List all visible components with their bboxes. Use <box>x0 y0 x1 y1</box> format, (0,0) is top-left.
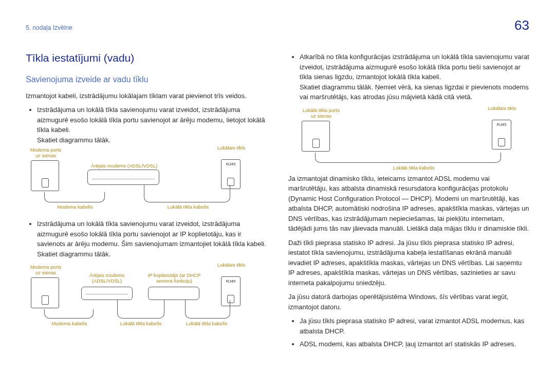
rj45-port-icon: RJ45 <box>492 120 511 150</box>
lan-cable-label-1: Lokālā tīkla kabelis <box>112 321 170 326</box>
static-ip-paragraph: Daži tīkli pieprasa statisko IP adresi. … <box>288 238 529 288</box>
diagram-wall-direct-product: Lokālā tīkla ports uz sienas Lokālais tī… <box>302 107 529 166</box>
two-column-layout: Tīkla iestatījumi (vadu) Savienojuma izv… <box>26 50 529 352</box>
section-title: Savienojuma izveide ar vadu tīklu <box>26 73 267 86</box>
dhcp-paragraph: Ja izmantojat dinamisko tīklu, ieteicams… <box>288 174 529 234</box>
list-item: Izstrādājuma un lokālā tīkla savienojumu… <box>37 105 267 145</box>
chapter-label: 5. nodaļa Izvēlne <box>26 23 72 32</box>
method-list: Izstrādājuma un lokālā tīkla savienojumu… <box>26 105 267 145</box>
page-header: 5. nodaļa Izvēlne 63 <box>26 15 529 35</box>
lan-cable-line <box>144 185 230 202</box>
intro-text: Izmantojot kabeli, izstrādājumu lokālaja… <box>26 91 267 101</box>
modem-icon <box>87 170 159 185</box>
modem-icon <box>81 287 133 300</box>
router-icon <box>148 287 199 300</box>
wall-port-icon <box>302 121 330 152</box>
lan-title-label: Lokālais tīkls <box>484 105 520 111</box>
list-item: ADSL modemi, kas atbalsta DHCP, ļauj izm… <box>300 339 529 349</box>
wall-port-label: Modema ports uz sienas <box>30 264 62 276</box>
manual-page: 5. nodaļa Izvēlne 63 Tīkla iestatījumi (… <box>0 0 555 373</box>
modem-cable-label: Modema kabelis <box>52 204 98 210</box>
wall-port-label: Modema ports uz sienas <box>30 147 62 159</box>
modem-cable-label: Modema kabelis <box>46 321 92 326</box>
windows-values-paragraph: Ja jūsu datorā darbojas operētājsistēma … <box>288 292 529 312</box>
wall-port-icon <box>31 277 59 308</box>
external-modem-label: Ārējais modems (ADSL/VDSL) <box>91 163 157 169</box>
lan-cable-label: Lokālā tīkla kabelis <box>389 165 438 171</box>
wall-port-icon <box>31 160 59 191</box>
lan-cable-label: Lokālā tīkla kabelis <box>163 204 213 210</box>
list-item: Atkarībā no tīkla konfigurācijas izstrād… <box>300 52 529 102</box>
page-title: Tīkla iestatījumi (vadu) <box>26 50 267 66</box>
ip-sharer-label: IP koplietotājs (ar DHCP servera funkcij… <box>146 272 202 284</box>
list-item: Ja jūsu tīkls pieprasa statisko IP adres… <box>300 316 529 336</box>
method-list-3: Atkarībā no tīkla konfigurācijas izstrād… <box>288 52 529 102</box>
lan-cable-label-2: Lokālā tīkla kabelis <box>178 321 235 326</box>
diagram-wall-modem-product: Modema ports uz sienas Ārējais modems (A… <box>31 150 267 212</box>
method-1-text: Izstrādājuma un lokālā tīkla savienojumu… <box>37 106 265 134</box>
notes-list: Ja jūsu tīkls pieprasa statisko IP adres… <box>288 316 529 349</box>
diagram-wall-modem-router-product: Modema ports uz sienas Ārējais modems (A… <box>31 264 267 331</box>
see-diagram-text: Skatiet diagrammu tālāk. <box>37 136 110 144</box>
lan-wall-port-label: Lokālā tīkla ports uz sienas <box>301 107 342 119</box>
method-2-text: Izstrādājuma un lokālā tīkla savienojumu… <box>37 220 266 248</box>
method-3-text: Atkarībā no tīkla konfigurācijas izstrād… <box>300 53 529 81</box>
modem-cable-line <box>44 192 105 202</box>
lan-title-label: Lokālais tīkls <box>213 262 249 268</box>
list-item: Izstrādājuma un lokālā tīkla savienojumu… <box>37 219 267 259</box>
lan-cable-line-2 <box>185 300 230 319</box>
right-column: Atkarībā no tīkla konfigurācijas izstrād… <box>288 50 529 352</box>
see-diagram-text: Skatiet diagrammu tālāk. <box>37 250 110 258</box>
lan-cable-line <box>315 153 501 163</box>
lan-title-label: Lokālais tīkls <box>213 145 249 151</box>
modem-cable-line <box>44 309 94 319</box>
page-number: 63 <box>514 15 529 35</box>
external-modem-label: Ārējais modems (ADSL/VDSL) <box>82 272 132 284</box>
method-list-2: Izstrādājuma un lokālā tīkla savienojumu… <box>26 219 267 259</box>
see-diagram-text-3: Skatiet diagrammu tālāk. Ņemiet vērā, ka… <box>300 83 529 101</box>
lan-cable-line-1 <box>117 300 164 319</box>
left-column: Tīkla iestatījumi (vadu) Savienojuma izv… <box>26 50 267 352</box>
